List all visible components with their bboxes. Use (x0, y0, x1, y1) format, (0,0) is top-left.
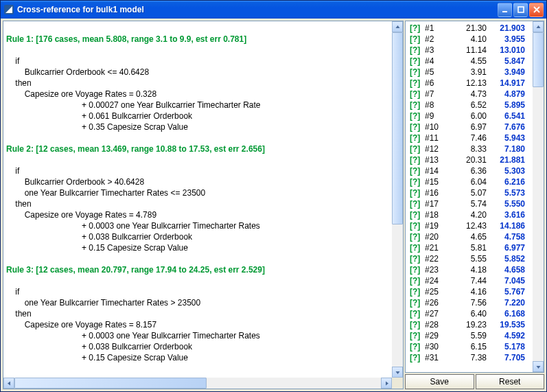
explain-link[interactable]: [?] (410, 78, 425, 89)
cases-vertical-scrollbar[interactable] (533, 21, 544, 372)
scroll-down-button[interactable] (392, 367, 403, 378)
explain-link[interactable]: [?] (410, 67, 425, 78)
explain-link[interactable]: [?] (410, 308, 425, 319)
explain-link[interactable]: [?] (410, 341, 425, 352)
predicted-value: 7.045 (487, 275, 525, 286)
case-row: [?]#225.555.852 (410, 253, 533, 264)
case-id: #8 (425, 100, 451, 111)
explain-link[interactable]: [?] (410, 23, 425, 34)
cases-list[interactable]: [?]#121.3021.903[?]#24.103.955[?]#311.14… (406, 21, 544, 372)
explain-link[interactable]: [?] (410, 100, 425, 111)
actual-value: 5.74 (451, 198, 487, 209)
condition-line: Bulkcarrier Orderbook > 40.6428 (25, 177, 144, 187)
explain-link[interactable]: [?] (410, 275, 425, 286)
scroll-thumb[interactable] (14, 378, 207, 389)
case-row: [?]#184.203.616 (410, 209, 533, 220)
explain-link[interactable]: [?] (410, 89, 425, 100)
predicted-value: 5.573 (487, 187, 525, 198)
explain-link[interactable]: [?] (410, 143, 425, 154)
scroll-up-button[interactable] (392, 21, 403, 32)
explain-link[interactable]: [?] (410, 253, 425, 264)
case-id: #12 (425, 143, 451, 154)
explain-link[interactable]: [?] (410, 209, 425, 220)
term-line: + 0.038 Bulkcarrier Orderbook (82, 342, 192, 351)
actual-value: 6.40 (451, 308, 487, 319)
scroll-thumb[interactable] (533, 32, 544, 87)
case-row: [?]#276.406.168 (410, 308, 533, 319)
reset-button[interactable]: Reset (476, 374, 545, 389)
scroll-right-button[interactable] (381, 378, 392, 389)
explain-link[interactable]: [?] (410, 122, 425, 132)
explain-link[interactable]: [?] (410, 34, 425, 45)
case-row: [?]#86.525.895 (410, 100, 533, 111)
case-row: [?]#146.365.303 (410, 165, 533, 176)
explain-link[interactable]: [?] (410, 176, 425, 187)
explain-link[interactable]: [?] (410, 242, 425, 253)
actual-value: 4.18 (451, 264, 487, 275)
predicted-value: 4.592 (487, 330, 525, 341)
explain-link[interactable]: [?] (410, 132, 425, 143)
case-id: #2 (425, 34, 451, 45)
scroll-up-button[interactable] (533, 21, 544, 32)
rules-horizontal-scrollbar[interactable] (3, 378, 392, 389)
predicted-value: 7.220 (487, 297, 525, 308)
case-id: #3 (425, 45, 451, 56)
actual-value: 5.55 (451, 253, 487, 264)
case-id: #26 (425, 297, 451, 308)
case-row: [?]#53.913.949 (410, 67, 533, 78)
explain-link[interactable]: [?] (410, 154, 425, 165)
explain-link[interactable]: [?] (410, 187, 425, 198)
case-id: #17 (425, 198, 451, 209)
term-line: + 0.15 Capesize Scrap Value (82, 353, 188, 362)
minimize-button[interactable] (498, 3, 512, 17)
explain-link[interactable]: [?] (410, 111, 425, 122)
predicted-value: 5.852 (487, 253, 525, 264)
case-id: #30 (425, 341, 451, 352)
equation-line: Capesize ore Voyage Rates = 8.157 (25, 320, 156, 330)
title-bar[interactable]: Cross-reference for bulk1 model (1, 1, 546, 19)
explain-link[interactable]: [?] (410, 352, 425, 363)
explain-link[interactable]: [?] (410, 286, 425, 297)
predicted-value: 6.216 (487, 176, 525, 187)
explain-link[interactable]: [?] (410, 45, 425, 56)
case-id: #5 (425, 67, 451, 78)
explain-link[interactable]: [?] (410, 319, 425, 330)
close-button[interactable] (529, 3, 544, 17)
case-row: [?]#156.046.216 (410, 176, 533, 187)
explain-link[interactable]: [?] (410, 330, 425, 341)
scroll-left-button[interactable] (3, 378, 14, 389)
actual-value: 6.00 (451, 111, 487, 122)
predicted-value: 19.535 (487, 319, 525, 330)
scroll-down-button[interactable] (533, 361, 544, 372)
then-keyword: then (15, 199, 31, 209)
explain-link[interactable]: [?] (410, 297, 425, 308)
maximize-button[interactable] (513, 3, 528, 17)
case-id: #13 (425, 154, 451, 165)
explain-link[interactable]: [?] (410, 56, 425, 67)
rule-header: Rule 3: [12 cases, mean 20.797, range 17… (6, 265, 265, 275)
rules-vertical-scrollbar[interactable] (392, 21, 403, 378)
case-id: #25 (425, 286, 451, 297)
scroll-thumb[interactable] (392, 32, 403, 224)
equation-line: Capesize ore Voyage Rates = 4.789 (25, 210, 156, 220)
cross-reference-window: Cross-reference for bulk1 model Rule 1: … (0, 0, 547, 392)
equation-line: Capesize ore Voyage Rates = 0.328 (25, 89, 156, 99)
actual-value: 4.73 (451, 89, 487, 100)
case-id: #21 (425, 242, 451, 253)
actual-value: 4.16 (451, 286, 487, 297)
case-row: [?]#254.165.767 (410, 286, 533, 297)
case-id: #23 (425, 264, 451, 275)
predicted-value: 5.550 (487, 198, 525, 209)
predicted-value: 3.955 (487, 34, 525, 45)
predicted-value: 5.303 (487, 165, 525, 176)
actual-value: 6.52 (451, 100, 487, 111)
rules-text[interactable]: Rule 1: [176 cases, mean 5.808, range 3.… (3, 21, 403, 389)
predicted-value: 6.541 (487, 111, 525, 122)
save-button[interactable]: Save (405, 374, 474, 389)
explain-link[interactable]: [?] (410, 198, 425, 209)
case-id: #15 (425, 176, 451, 187)
explain-link[interactable]: [?] (410, 220, 425, 231)
explain-link[interactable]: [?] (410, 231, 425, 242)
explain-link[interactable]: [?] (410, 264, 425, 275)
explain-link[interactable]: [?] (410, 165, 425, 176)
